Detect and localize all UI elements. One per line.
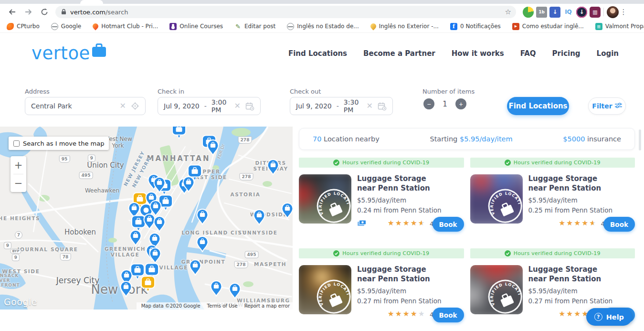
bookmark-star-icon[interactable]: ☆ <box>505 8 511 16</box>
location-photo[interactable]: VERIFIED LOCATION <box>299 174 351 224</box>
checkout-time[interactable]: 3:30 PM <box>344 98 364 114</box>
iq-extension-icon[interactable]: IQ <box>563 7 574 18</box>
address-bar[interactable]: vertoe.com/search ☆ <box>55 6 516 18</box>
bookmark-cpturbo[interactable]: CPturbo <box>7 23 40 30</box>
browser-window: vertoe.com/search ☆ 1b↓IQ↓▥ ⋮ CPturboGoo… <box>0 0 644 331</box>
covid-banner: Hours verified during COVID-19 <box>470 248 635 258</box>
vertoe-logo[interactable]: vertoe <box>32 44 106 62</box>
location-title[interactable]: Luggage Storage near Penn Station <box>357 174 441 193</box>
clear-checkin-icon[interactable]: ✕ <box>232 102 243 110</box>
browser-tab-strip <box>0 0 644 4</box>
cash-icon <box>357 219 368 229</box>
results-scrollbar[interactable] <box>639 129 641 150</box>
back-icon[interactable] <box>5 5 19 19</box>
video-downloader-extension-icon[interactable]: ↓ <box>549 7 560 18</box>
map-pin[interactable] <box>171 127 187 141</box>
map-pin[interactable] <box>281 203 293 221</box>
nav-faq[interactable]: FAQ <box>520 49 536 58</box>
map[interactable]: West New YorkUnion CityWeehawkenHobokenJ… <box>0 127 293 310</box>
map-pin[interactable] <box>267 159 279 177</box>
checkout-date[interactable]: Jul 9, 2020 <box>296 102 332 110</box>
decrease-items-button[interactable]: − <box>423 98 434 109</box>
bookmark-online-courses[interactable]: Online Courses <box>169 23 223 30</box>
map-pin[interactable] <box>120 281 132 299</box>
map-pin[interactable] <box>253 209 265 227</box>
filter-button[interactable]: Filter <box>588 97 626 115</box>
book-button[interactable]: Book <box>433 308 464 322</box>
report-error-link[interactable]: Report a map error <box>244 303 290 309</box>
map-pin[interactable] <box>182 176 195 194</box>
locate-icon[interactable] <box>129 102 139 110</box>
nav-find-locations[interactable]: Find Locations <box>288 49 347 58</box>
bookmark-ingl-s-no-exterior[interactable]: Inglês no Exterior -... <box>370 23 439 30</box>
location-price: $5.95/day/item <box>357 196 464 204</box>
nav-how-it-works[interactable]: How it works <box>452 49 504 58</box>
location-title[interactable]: Luggage Storage near Penn Station <box>528 174 612 193</box>
location-title[interactable]: Luggage Storage near Penn Station <box>528 265 612 284</box>
bookmark-label: Inglês no Estado de... <box>297 23 359 30</box>
book-button[interactable]: Book <box>433 217 464 232</box>
analytics-extension-icon[interactable]: ▥ <box>590 7 601 18</box>
nav-become-a-partner[interactable]: Become a Partner <box>363 49 435 58</box>
map-pin[interactable] <box>196 236 209 254</box>
antivirus-extension-icon[interactable] <box>523 7 534 18</box>
location-photo[interactable]: VERIFIED LOCATION <box>470 174 523 224</box>
bookmark-google[interactable]: Google <box>51 23 81 30</box>
map-pin[interactable] <box>196 209 209 227</box>
rating-row: ★★★★★★★★★★ 4.5 Book <box>357 217 464 232</box>
nav-pricing[interactable]: Pricing <box>552 49 581 58</box>
help-button[interactable]: ? Help <box>586 308 632 326</box>
address-value[interactable]: Central Park <box>31 102 117 110</box>
browser-menu-icon[interactable]: ⋮ <box>619 8 628 16</box>
calendar-icon[interactable] <box>376 102 387 111</box>
bookmark-valmont-propagan[interactable]: ≡Valmont Propagan... <box>595 23 644 30</box>
location-title[interactable]: Luggage Storage near Penn Station <box>357 265 441 284</box>
calendar-icon[interactable] <box>243 102 254 111</box>
bookmark-ingl-s-no-estado-de[interactable]: Inglês no Estado de... <box>287 23 359 30</box>
search-as-move-control: Search as I move the map <box>9 137 109 150</box>
google-logo[interactable]: Google <box>4 297 37 307</box>
find-locations-button[interactable]: Find Locations <box>507 97 569 115</box>
location-photo[interactable]: VERIFIED LOCATION <box>470 265 523 314</box>
zoom-out-button[interactable]: − <box>11 174 26 192</box>
map-zoom-control: + − <box>11 156 26 192</box>
map-pin[interactable] <box>129 230 142 248</box>
location-card: VERIFIED LOCATION Luggage Storage near P… <box>299 265 464 322</box>
checkin-date[interactable]: Jul 9, 2020 <box>164 102 200 110</box>
terms-link[interactable]: Terms of Use <box>207 303 238 309</box>
search-as-move-checkbox[interactable] <box>13 140 20 147</box>
map-pin[interactable] <box>207 139 219 158</box>
location-photo[interactable]: VERIFIED LOCATION <box>299 265 351 314</box>
profile-avatar[interactable] <box>607 6 619 18</box>
bookmark-como-estudar-ingl[interactable]: ▶Como estudar inglê... <box>512 23 584 30</box>
bookmark-editar-post[interactable]: ✎Editar post <box>234 23 275 30</box>
map-pin[interactable] <box>153 216 166 234</box>
zoom-in-button[interactable]: + <box>11 156 26 174</box>
book-button[interactable]: Book <box>603 217 635 232</box>
map-pin[interactable] <box>229 283 241 301</box>
clear-checkout-icon[interactable]: ✕ <box>364 102 376 110</box>
active-tab[interactable] <box>80 0 103 4</box>
forward-icon[interactable] <box>21 5 35 19</box>
clear-address-icon[interactable]: ✕ <box>117 102 129 110</box>
bookmark-0-notifica-es[interactable]: f0 Notificações <box>450 23 501 30</box>
onebox-extension-icon[interactable]: 1b <box>536 7 547 18</box>
bookmark-label: CPturbo <box>17 23 40 30</box>
map-pin[interactable] <box>189 259 201 278</box>
map-pin-highlighted[interactable] <box>140 276 156 295</box>
url-path: /search <box>106 9 128 16</box>
star-icon: ★★ <box>559 310 567 318</box>
increase-items-button[interactable]: + <box>455 98 466 109</box>
checkin-input[interactable]: Jul 9, 2020 - 3:00 PM ✕ <box>158 97 261 115</box>
downloader-extension-icon[interactable]: ↓ <box>576 7 587 18</box>
help-label: Help <box>606 313 624 321</box>
lock-icon <box>61 8 66 17</box>
nav-login[interactable]: Login <box>597 49 619 58</box>
checkin-time[interactable]: 3:00 PM <box>211 98 232 114</box>
bookmark-hotmart-club-pri[interactable]: Hotmart Club - Pri... <box>93 23 158 30</box>
address-input[interactable]: Central Park ✕ <box>25 97 146 115</box>
checkout-input[interactable]: Jul 9, 2020 - 3:30 PM ✕ <box>290 97 393 115</box>
search-as-move-label[interactable]: Search as I move the map <box>23 140 104 147</box>
reload-icon[interactable] <box>38 5 51 19</box>
map-pin[interactable] <box>210 280 222 299</box>
